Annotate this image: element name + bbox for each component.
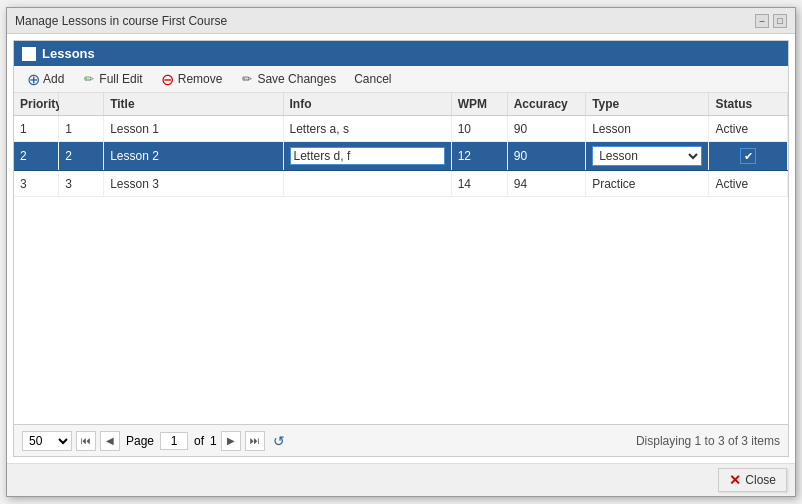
row-2-wpm: 12: [451, 142, 507, 171]
next-page-button[interactable]: ▶: [221, 431, 241, 451]
col-header-num: [59, 93, 104, 116]
row-2-status[interactable]: ✔: [709, 142, 788, 171]
row-3-accuracy: 94: [507, 171, 585, 197]
panel-icon: [22, 47, 36, 61]
status-checkbox[interactable]: ✔: [740, 148, 756, 164]
row-1-rownum: 1: [14, 116, 59, 142]
checkmark-icon: ✔: [744, 150, 753, 163]
window-bottom-bar: ✕ Close: [7, 463, 795, 496]
pagination: 50 25 100 ⏮ ◀ Page of 1 ▶ ⏭ ↺: [22, 431, 289, 451]
close-button[interactable]: ✕ Close: [718, 468, 787, 492]
table-footer: 50 25 100 ⏮ ◀ Page of 1 ▶ ⏭ ↺ Displaying…: [14, 424, 788, 456]
full-edit-icon: ✏: [82, 72, 96, 86]
lessons-table-container: Priority Title Info WPM Accuracy Type St…: [14, 93, 788, 424]
row-2-accuracy: 90: [507, 142, 585, 171]
col-header-title: Title: [104, 93, 283, 116]
add-icon: ⊕: [26, 72, 40, 86]
col-header-type: Type: [586, 93, 709, 116]
add-label: Add: [43, 72, 64, 86]
row-2-priority: 2: [59, 142, 104, 171]
remove-button[interactable]: ⊖ Remove: [155, 70, 229, 88]
cancel-label: Cancel: [354, 72, 391, 86]
row-3-wpm: 14: [451, 171, 507, 197]
col-header-accuracy: Accuracy: [507, 93, 585, 116]
col-header-status: Status: [709, 93, 788, 116]
last-page-button[interactable]: ⏭: [245, 431, 265, 451]
window-title: Manage Lessons in course First Course: [15, 14, 227, 28]
row-3-rownum: 3: [14, 171, 59, 197]
remove-label: Remove: [178, 72, 223, 86]
main-window: Manage Lessons in course First Course – …: [6, 7, 796, 497]
row-1-status: Active: [709, 116, 788, 142]
lessons-table: Priority Title Info WPM Accuracy Type St…: [14, 93, 788, 197]
row-2-info[interactable]: [283, 142, 451, 171]
of-label: of: [194, 434, 204, 448]
save-changes-label: Save Changes: [257, 72, 336, 86]
row-2-title: Lesson 2: [104, 142, 283, 171]
prev-page-button[interactable]: ◀: [100, 431, 120, 451]
table-row: 1 1 Lesson 1 Letters a, s 10 90 Lesson A…: [14, 116, 788, 142]
table-header-row: Priority Title Info WPM Accuracy Type St…: [14, 93, 788, 116]
minimize-button[interactable]: –: [755, 14, 769, 28]
display-count-text: Displaying 1 to 3 of 3 items: [636, 434, 780, 448]
first-page-button[interactable]: ⏮: [76, 431, 96, 451]
cancel-button[interactable]: Cancel: [348, 70, 397, 88]
row-2-rownum: 2: [14, 142, 59, 171]
total-pages: 1: [210, 434, 217, 448]
row-3-type: Practice: [586, 171, 709, 197]
col-header-wpm: WPM: [451, 93, 507, 116]
table-row-active[interactable]: 2 2 Lesson 2 12 90 Lesson Pra: [14, 142, 788, 171]
row-1-wpm: 10: [451, 116, 507, 142]
maximize-button[interactable]: □: [773, 14, 787, 28]
refresh-button[interactable]: ↺: [269, 431, 289, 451]
toolbar: ⊕ Add ✏ Full Edit ⊖ Remove ✏ Save Change…: [14, 66, 788, 93]
page-number-input[interactable]: [160, 432, 188, 450]
row-1-accuracy: 90: [507, 116, 585, 142]
close-label: Close: [745, 473, 776, 487]
title-bar-buttons: – □: [755, 14, 787, 28]
full-edit-button[interactable]: ✏ Full Edit: [76, 70, 148, 88]
panel-header: Lessons: [14, 41, 788, 66]
page-size-select[interactable]: 50 25 100: [22, 431, 72, 451]
full-edit-label: Full Edit: [99, 72, 142, 86]
type-edit-select[interactable]: Lesson Practice: [592, 146, 702, 166]
panel-title: Lessons: [42, 46, 95, 61]
window-content: Lessons ⊕ Add ✏ Full Edit ⊖ Remove ✏: [7, 34, 795, 463]
title-bar: Manage Lessons in course First Course – …: [7, 8, 795, 34]
row-1-info: Letters a, s: [283, 116, 451, 142]
row-1-priority: 1: [59, 116, 104, 142]
table-body: 1 1 Lesson 1 Letters a, s 10 90 Lesson A…: [14, 116, 788, 197]
row-3-info: [283, 171, 451, 197]
row-1-type: Lesson: [586, 116, 709, 142]
row-3-status: Active: [709, 171, 788, 197]
save-icon: ✏: [240, 72, 254, 86]
add-button[interactable]: ⊕ Add: [20, 70, 70, 88]
row-3-priority: 3: [59, 171, 104, 197]
remove-icon: ⊖: [161, 72, 175, 86]
lessons-panel: Lessons ⊕ Add ✏ Full Edit ⊖ Remove ✏: [13, 40, 789, 457]
info-edit-input[interactable]: [290, 147, 445, 165]
table-row: 3 3 Lesson 3 14 94 Practice Active: [14, 171, 788, 197]
row-3-title: Lesson 3: [104, 171, 283, 197]
col-header-priority: Priority: [14, 93, 59, 116]
row-2-type[interactable]: Lesson Practice: [586, 142, 709, 171]
close-x-icon: ✕: [729, 472, 741, 488]
page-label: Page: [126, 434, 154, 448]
row-1-title: Lesson 1: [104, 116, 283, 142]
save-changes-button[interactable]: ✏ Save Changes: [234, 70, 342, 88]
col-header-info: Info: [283, 93, 451, 116]
